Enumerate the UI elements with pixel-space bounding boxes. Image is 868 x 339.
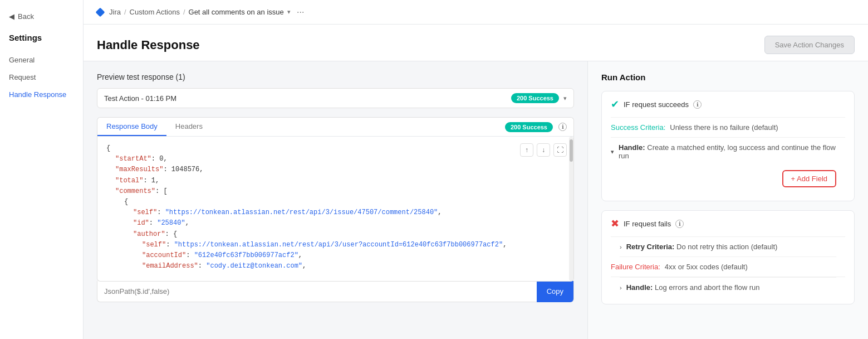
- save-action-changes-button[interactable]: Save Action Changes: [764, 36, 855, 54]
- jira-icon: [96, 7, 105, 17]
- sidebar-title: Settings: [0, 33, 83, 51]
- code-line: "accountId": "612e40fc63f7bb006977acf2",: [106, 250, 565, 261]
- breadcrumb-custom-actions-link[interactable]: Custom Actions: [130, 8, 180, 16]
- main-area: Jira / Custom Actions / Get all comments…: [84, 0, 868, 339]
- code-line: "comments": [: [106, 186, 565, 197]
- if-fail-body: › Retry Criteria: Do not retry this acti…: [602, 237, 854, 304]
- if-success-body: Success Criteria: Unless there is no fai…: [602, 118, 854, 201]
- response-select-chevron-icon: ▾: [563, 95, 567, 102]
- right-panel: Run Action ✔ IF request succeeds ℹ Succe…: [587, 61, 868, 339]
- page-title: Handle Response: [97, 38, 200, 52]
- breadcrumb-dropdown-icon[interactable]: ▾: [287, 8, 291, 16]
- tab-response-body[interactable]: Response Body: [97, 118, 166, 136]
- sidebar: ◀ Back Settings General Request Handle R…: [0, 0, 84, 339]
- if-fail-section: ✖ IF request fails ℹ › Retry Criteria: D…: [601, 210, 855, 304]
- handle-fail-row[interactable]: › Handle: Log errors and abort the flow …: [611, 278, 845, 297]
- code-line: "total": 1,: [106, 176, 565, 186]
- scroll-down-button[interactable]: ↓: [537, 143, 550, 157]
- test-response-select[interactable]: Test Action - 01:16 PM 200 Success ▾: [97, 88, 574, 108]
- test-response-label: Test Action - 01:16 PM: [104, 94, 511, 103]
- code-line: "self": "https://tonkean.atlassian.net/r…: [106, 207, 565, 218]
- expand-button[interactable]: ⛶: [553, 143, 567, 157]
- if-fail-header: ✖ IF request fails ℹ: [602, 211, 854, 236]
- code-line: {: [106, 197, 565, 207]
- scroll-up-button[interactable]: ↑: [520, 143, 533, 157]
- response-badge: 200 Success: [511, 93, 559, 103]
- code-area: { "startAt": 0, "maxResults": 1048576, "…: [97, 137, 573, 270]
- handle-success-row[interactable]: ▾ Handle: Create a matched entity, log s…: [611, 138, 845, 166]
- tab-headers[interactable]: Headers: [166, 118, 212, 136]
- back-button[interactable]: ◀ Back: [0, 9, 83, 24]
- sidebar-item-handle-response[interactable]: Handle Response: [0, 86, 83, 103]
- code-toolbar: ↑ ↓ ⛶: [520, 143, 567, 157]
- code-line: "author": {: [106, 229, 565, 240]
- success-circle-icon: ✔: [611, 98, 619, 110]
- if-success-header: ✔ IF request succeeds ℹ: [602, 91, 854, 117]
- tabs-container: Response Body Headers 200 Success ℹ: [97, 117, 574, 137]
- success-criteria-row: Success Criteria: Unless there is no fai…: [611, 118, 845, 138]
- code-line: "id": "25840",: [106, 218, 565, 229]
- code-line: "startAt": 0,: [106, 154, 565, 164]
- success-criteria-label: Success Criteria:: [611, 123, 665, 132]
- response-tabs: Response Body Headers: [97, 118, 498, 136]
- if-success-title: IF request succeeds: [624, 100, 689, 109]
- handle-success-label: Handle: Create a matched entity, log suc…: [619, 143, 845, 160]
- back-arrow-icon: ◀: [9, 12, 14, 21]
- retry-criteria-row[interactable]: › Retry Criteria: Do not retry this acti…: [611, 237, 845, 256]
- failure-criteria-text: 4xx or 5xx codes (default): [665, 263, 748, 271]
- breadcrumb-sep1: /: [124, 8, 126, 16]
- left-panel: Preview test response (1) Test Action - …: [84, 61, 587, 339]
- preview-section-header: Preview test response (1): [97, 72, 574, 81]
- failure-criteria-label: Failure Criteria:: [611, 263, 660, 271]
- scrollbar-thumb: [570, 139, 573, 162]
- success-criteria-text: Unless there is no failure (default): [670, 123, 778, 132]
- if-success-info-icon[interactable]: ℹ: [693, 100, 702, 109]
- page-header: Handle Response Save Action Changes: [84, 25, 868, 61]
- breadcrumb-current: Get all comments on an issue: [189, 8, 284, 16]
- tab-info-icon[interactable]: ℹ: [558, 123, 567, 131]
- jsonpath-bar: Copy: [97, 281, 574, 302]
- copy-button[interactable]: Copy: [537, 281, 573, 302]
- failure-criteria-row: Failure Criteria: 4xx or 5xx codes (defa…: [611, 257, 845, 277]
- retry-text: Retry Criteria: Do not retry this action…: [626, 243, 778, 251]
- breadcrumb: Jira / Custom Actions / Get all comments…: [97, 6, 307, 19]
- code-line: {: [106, 143, 565, 154]
- code-line: "self": "https://tonkean.atlassian.net/r…: [106, 240, 565, 250]
- breadcrumb-jira-link[interactable]: Jira: [109, 8, 121, 16]
- breadcrumb-more-button[interactable]: ···: [294, 6, 307, 19]
- sidebar-item-general[interactable]: General: [0, 51, 83, 69]
- sidebar-item-request[interactable]: Request: [0, 69, 83, 86]
- add-field-button[interactable]: + Add Field: [782, 170, 836, 187]
- handle-fail-chevron-icon: ›: [620, 284, 622, 291]
- if-fail-title: IF request fails: [624, 220, 671, 228]
- topbar: Jira / Custom Actions / Get all comments…: [84, 0, 868, 25]
- fail-circle-icon: ✖: [611, 217, 619, 230]
- tab-response-badge: 200 Success: [505, 122, 553, 132]
- code-line: "maxResults": 1048576,: [106, 164, 565, 175]
- run-action-title: Run Action: [601, 72, 855, 82]
- handle-success-chevron-icon: ▾: [611, 148, 614, 156]
- handle-fail-text: Handle: Log errors and abort the flow ru…: [626, 283, 760, 292]
- retry-chevron-icon: ›: [620, 244, 622, 250]
- response-body-container: ↑ ↓ ⛶ { "startAt": 0, "maxResults": 1048…: [97, 137, 574, 282]
- scrollbar-track[interactable]: [569, 137, 573, 281]
- if-fail-info-icon[interactable]: ℹ: [675, 220, 684, 228]
- content-area: Preview test response (1) Test Action - …: [84, 61, 868, 339]
- breadcrumb-sep2: /: [183, 8, 185, 16]
- if-success-section: ✔ IF request succeeds ℹ Success Criteria…: [601, 91, 855, 201]
- back-label: Back: [18, 12, 34, 21]
- code-line: "emailAddress": "cody.deitz@tonkean.com"…: [106, 261, 565, 270]
- jsonpath-input[interactable]: [97, 287, 537, 296]
